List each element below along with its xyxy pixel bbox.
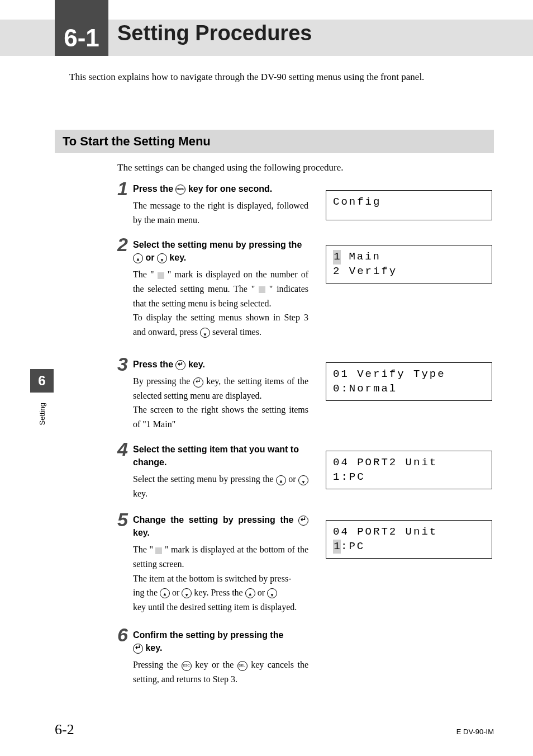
b: The " (133, 270, 158, 279)
highlight-mark-icon (155, 547, 162, 554)
b: or (170, 588, 182, 597)
b: The " (133, 545, 155, 554)
step-title: Select the setting menu by pressing the … (133, 238, 308, 264)
enter-key-icon (175, 360, 185, 370)
enter-key-icon (298, 516, 308, 526)
enter-key-icon (193, 377, 203, 388)
chapter-title: Setting Procedures (117, 21, 312, 45)
side-chapter-label: Setting (38, 403, 46, 425)
line: :PC (341, 540, 365, 552)
step-number: 1 (117, 178, 128, 200)
side-chapter-tab: 6 (30, 369, 54, 393)
down-key-icon (157, 253, 167, 263)
line: 01 Verify Type (333, 368, 446, 380)
b: key or the (192, 660, 237, 669)
step-body: Pressing the key or the key cancels the … (133, 658, 308, 686)
t: or (143, 253, 157, 262)
intro-text: This section explains how to navigate th… (69, 72, 424, 83)
line: 04 PORT2 Unit (333, 526, 437, 538)
hl: 1 (333, 250, 341, 264)
line: 0:Normal (333, 382, 397, 395)
line: 2 Verify (333, 265, 397, 277)
b: several times. (210, 327, 261, 337)
chapter-number: 6-1 (55, 20, 108, 56)
up-key-icon (245, 588, 255, 598)
b: or (286, 474, 298, 484)
step-body: By pressing the key, the setting items o… (133, 374, 308, 431)
step-6: 6 Confirm the setting by pressing the ke… (117, 629, 308, 687)
b: or (255, 588, 267, 597)
down-key-icon (182, 588, 192, 598)
t: key. (143, 643, 162, 653)
step-body: Select the setting menu by pressing the … (133, 472, 308, 500)
up-key-icon (133, 253, 143, 263)
step-title: Press the key for one second. (133, 182, 308, 195)
t: key. (185, 360, 204, 369)
t: Change the setting by pressing the (133, 515, 298, 525)
display-verify-type: 01 Verify Type 0:Normal (326, 362, 492, 401)
b: key. (133, 489, 147, 498)
document-code: E DV-90-IM (456, 727, 494, 736)
down-key-icon (200, 328, 210, 338)
step-title: Change the setting by pressing the key. (133, 513, 308, 539)
t: key. (133, 528, 150, 537)
line: 04 PORT2 Unit (333, 456, 437, 469)
step-3: 3 Press the key. By pressing the key, th… (117, 358, 308, 432)
b: Select the setting menu by pressing the (133, 474, 276, 484)
display-config: Config (326, 190, 492, 220)
page-number: 6-2 (55, 721, 74, 738)
step-title-a: Press the (133, 184, 175, 193)
step-body: The " " mark is displayed on the number … (133, 267, 308, 339)
b: Pressing the (133, 660, 182, 669)
b: key until the desired setting item is di… (133, 602, 297, 612)
hl: 1 (333, 540, 341, 554)
highlight-mark-icon (158, 272, 164, 279)
section-header: To Start the Setting Menu (55, 130, 494, 153)
down-key-icon (267, 588, 277, 598)
line: Main (341, 251, 381, 263)
step-number: 3 (117, 353, 128, 375)
t: Confirm the setting by pressing the (133, 630, 283, 640)
section-intro: The settings can be changed using the fo… (117, 162, 344, 173)
up-key-icon (276, 475, 286, 485)
t: key. (167, 253, 186, 262)
header-tab-block (55, 0, 108, 20)
display-text: Config (333, 196, 381, 208)
step-body: The message to the right is displayed, f… (133, 199, 308, 227)
step-title: Select the setting item that you want to… (133, 443, 308, 469)
step-title: Confirm the setting by pressing the key. (133, 629, 308, 654)
display-main-verify: 1 Main 2 Verify (326, 245, 492, 284)
step-4: 4 Select the setting item that you want … (117, 443, 308, 501)
b: By pressing the (133, 376, 193, 386)
display-port2-unit-edit: 04 PORT2 Unit 1:PC (326, 520, 492, 559)
up-key-icon (160, 588, 170, 598)
step-title-b: key for one second. (185, 184, 272, 193)
step-body: The " " mark is displayed at the bottom … (133, 542, 308, 614)
t: Press the (133, 360, 175, 369)
esc-key-icon (182, 661, 192, 671)
b: The item at the bottom is switched by pr… (133, 574, 292, 583)
del-key-icon (237, 661, 248, 671)
line: 1:PC (333, 471, 365, 483)
display-port2-unit: 04 PORT2 Unit 1:PC (326, 451, 492, 489)
b: ing the (133, 588, 160, 597)
step-number: 5 (117, 509, 128, 531)
b: The screen to the right shows the settin… (133, 405, 308, 429)
t: Select the setting menu by pressing the (133, 240, 302, 249)
enter-key-icon (133, 644, 143, 654)
step-2: 2 Select the setting menu by pressing th… (117, 238, 308, 339)
step-number: 6 (117, 624, 128, 646)
menu-key-icon (175, 185, 185, 195)
highlight-mark-icon (259, 286, 265, 293)
step-5: 5 Change the setting by pressing the key… (117, 513, 308, 614)
b: key. Press the (192, 588, 245, 597)
step-number: 2 (117, 234, 128, 256)
step-1: 1 Press the key for one second. The mess… (117, 182, 308, 227)
step-number: 4 (117, 438, 128, 460)
step-title: Press the key. (133, 358, 308, 371)
down-key-icon (298, 475, 308, 485)
